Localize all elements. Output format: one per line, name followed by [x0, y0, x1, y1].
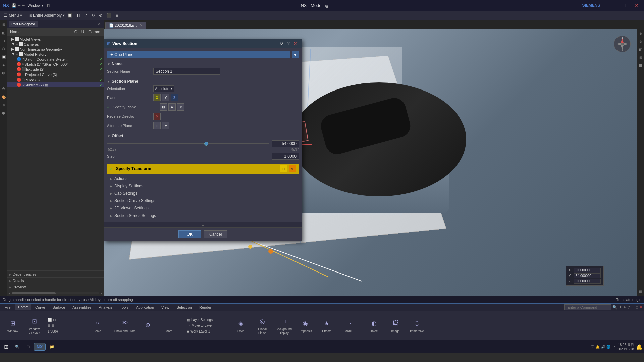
right-icon-1[interactable]: ⊕ [638, 30, 644, 36]
nav-close-button[interactable]: ✕ [96, 22, 102, 26]
ribbon-search-icon[interactable]: 🔍 [612, 305, 618, 310]
window-menu[interactable]: Window ▾ [28, 3, 44, 8]
nav-item-model-views[interactable]: ▶ ⬜ Model Views [7, 37, 104, 42]
right-icon-4[interactable]: ⊞ [638, 54, 644, 60]
ribbon-tab-surface[interactable]: Surface [49, 305, 68, 310]
ribbon-minimize-btn[interactable]: — [631, 305, 635, 309]
taskbar-start-button[interactable]: ⊞ [1, 343, 11, 351]
dependencies-panel[interactable]: ▶ Dependencies [7, 271, 104, 277]
ribbon-group-global-finish[interactable]: ◎ GlobalFinish [252, 315, 272, 336]
vs-specify-plane-btn3[interactable]: ▾ [177, 103, 184, 111]
3d-viewport[interactable]: ⊕ ▾ X 0.0000000 Y 54.000000 Z 0.0000000 [104, 29, 644, 296]
ribbon-tab-render[interactable]: Render [196, 305, 215, 310]
toolbar-icon-7[interactable]: ⊞ [114, 12, 120, 18]
vs-cap-settings-item[interactable]: ▶ Cap Settings [107, 190, 299, 197]
ribbon-group-style[interactable]: ◈ Style [231, 317, 251, 334]
ribbon-group-object[interactable]: ◐ Object [364, 317, 384, 334]
ribbon-up-icon[interactable]: ⬆ [619, 305, 622, 309]
right-icon-5[interactable]: ☰ [638, 62, 644, 68]
scene-orange-dot[interactable] [268, 249, 273, 254]
nav-item-projected-curve[interactable]: 🔴⌒ Projected Curve (3) ✓ [7, 72, 104, 77]
ribbon-tab-assemblies[interactable]: Assemblies [69, 305, 95, 310]
taskbar-explorer[interactable]: 📁 [47, 344, 57, 350]
vs-section-series-item[interactable]: ▶ Section Series Settings [107, 212, 299, 219]
nav-item-extrude[interactable]: 🔴⬛ Extrude (2) ✓ [7, 67, 104, 72]
ribbon-group-more[interactable]: ⋯ More [159, 317, 179, 334]
notification-icon[interactable]: 🔔 [636, 344, 643, 350]
toolbar-icon-5[interactable]: ⊙ [98, 12, 104, 18]
ribbon-help-icon[interactable]: ? [628, 305, 630, 309]
vs-help-button[interactable]: ? [286, 41, 291, 46]
tray-bell[interactable]: 🔔 [596, 345, 600, 349]
vs-plane-btn-y[interactable]: Y [162, 94, 169, 101]
tray-shield[interactable]: 🛡 [591, 345, 594, 349]
sidebar-icon-9[interactable]: ⏱ [1, 86, 7, 92]
ribbon-close-btn[interactable]: ✕ [640, 305, 643, 309]
vs-offset-thumb[interactable] [204, 142, 208, 146]
taskbar-task-view-button[interactable]: ⊟ [24, 344, 32, 350]
vs-name-header[interactable]: ▼ Name [107, 61, 299, 67]
system-clock[interactable]: 18:26 周日 2020/10/18 [617, 343, 634, 351]
minimize-button[interactable]: — [611, 2, 621, 9]
toolbar-icon-2[interactable]: ◧ [75, 12, 82, 18]
ribbon-small-btn-1[interactable]: ⬜⊟ [46, 317, 86, 322]
sidebar-icon-8[interactable]: ☰ [1, 78, 7, 84]
menu-item-menu[interactable]: ☰ Menu ▾ [1, 12, 25, 18]
vs-plane-btn-z[interactable]: Z [171, 94, 178, 101]
sidebar-icon-3[interactable]: ⊙ [1, 38, 7, 44]
toolbar-icon-6[interactable]: ⬛ [105, 12, 113, 18]
scene-yellow-dot[interactable] [248, 245, 252, 249]
maximize-button[interactable]: □ [623, 2, 631, 9]
ribbon-group-scale[interactable]: ↔ Scale [87, 317, 107, 334]
vs-display-settings-item[interactable]: ▶ Display Settings [107, 182, 299, 190]
vs-reverse-btn[interactable]: ✕ [153, 113, 161, 120]
vs-specify-plane-btn2[interactable]: ⇔ [168, 103, 176, 111]
ribbon-down-icon[interactable]: ⬇ [623, 305, 626, 309]
ribbon-group-sub[interactable]: ⊕ [138, 319, 158, 332]
ribbon-maximize-btn[interactable]: □ [636, 305, 638, 309]
vs-offset-slider[interactable] [107, 143, 269, 144]
details-panel[interactable]: ▶ Details [7, 277, 104, 284]
vs-transform-btn1[interactable]: ⊡ [280, 165, 287, 172]
vs-step-value-input[interactable] [272, 153, 299, 160]
scroll-left-btn[interactable]: ◂ [9, 291, 10, 295]
ribbon-group-emphasis[interactable]: ◉ Emphasis [295, 317, 315, 334]
ribbon-tab-selection[interactable]: Selection [173, 305, 195, 310]
tab-close-btn[interactable]: ✕ [140, 23, 143, 27]
nav-item-sketch[interactable]: 🔴✎ Sketch (1) "SKETCH_000" ✓ [7, 62, 104, 67]
vs-close-button[interactable]: ✕ [292, 41, 299, 46]
ribbon-group-background[interactable]: □ BackgroundDisplay [274, 315, 294, 336]
toolbar-icon-4[interactable]: ↻ [90, 12, 96, 18]
nav-item-subtract[interactable]: 🔴⊖ Subtract (7) ▦ ✓ [7, 82, 104, 87]
vs-specify-plane-btn1[interactable]: ⊟ [160, 103, 167, 111]
vs-collapse-handle[interactable]: ▲ [104, 222, 302, 227]
nav-item-ruled[interactable]: 🔴⊡ Ruled (6) ✓ [7, 77, 104, 82]
vs-specify-transform[interactable]: ✓ Specify Transform ⊡ ↺ [107, 164, 299, 174]
vs-alternate-btn2[interactable]: ▾ [162, 122, 169, 129]
vs-actions-item[interactable]: ▶ Actions [107, 175, 299, 182]
vs-alternate-btn1[interactable]: ⊞ [153, 122, 161, 129]
close-button[interactable]: ✕ [632, 2, 641, 9]
sidebar-icon-4[interactable]: ⬡ [1, 46, 7, 52]
ribbon-tab-analysis[interactable]: Analysis [96, 305, 116, 310]
taskbar-search-button[interactable]: 🔍 [12, 344, 22, 350]
ribbon-tab-curve[interactable]: Curve [32, 305, 48, 310]
nav-item-non-timestamp[interactable]: ▶ ⬜ Non-timestamp Geometry [7, 47, 104, 52]
ribbon-group-immersive[interactable]: ⬡ Immersive [407, 317, 427, 334]
sidebar-icon-11[interactable]: ⊕ [1, 102, 7, 108]
ribbon-group-window1[interactable]: ⊞ Window [3, 317, 23, 334]
ribbon-search-input[interactable] [564, 304, 611, 310]
nav-tab-part-navigator[interactable]: Part Navigator [9, 21, 38, 27]
tray-network[interactable]: 🌐 [606, 345, 610, 349]
sidebar-icon-5[interactable]: 🔲 [1, 54, 7, 60]
window-controls[interactable]: SIEMENS — □ ✕ [580, 2, 641, 9]
vs-offset-value-input[interactable] [272, 140, 299, 147]
right-icon-3[interactable]: ◧ [638, 46, 644, 52]
scroll-right-btn[interactable]: ▸ [101, 291, 102, 295]
sidebar-icon-7[interactable]: ◐ [1, 70, 7, 76]
tray-keyboard[interactable]: 中 [612, 345, 615, 349]
vs-orientation-dropdown[interactable]: Absolute ▾ [153, 85, 174, 92]
ribbon-group-effects[interactable]: ★ Effects [317, 317, 337, 334]
ribbon-group-more2[interactable]: ⋯ More [338, 317, 358, 334]
preview-panel[interactable]: ▶ Preview [7, 284, 104, 290]
